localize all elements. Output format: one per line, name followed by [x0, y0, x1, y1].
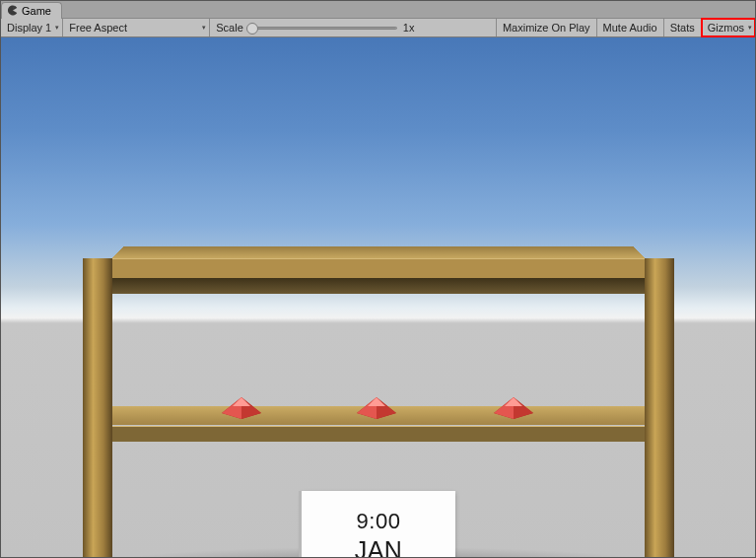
maximize-on-play-toggle[interactable]: Maximize On Play [497, 19, 596, 36]
shelf-top-board [112, 258, 645, 278]
scale-slider[interactable] [249, 27, 397, 30]
tab-label: Game [22, 5, 51, 17]
chevron-down-icon: ▾ [748, 24, 752, 32]
gizmo-pyramid-icon [494, 397, 533, 419]
display-dropdown[interactable]: Display 1 ▾ [1, 19, 62, 36]
stats-toggle[interactable]: Stats [664, 19, 701, 36]
game-view-toolbar: Display 1 ▾ Free Aspect ▾ Scale 1x Maxim… [1, 19, 755, 37]
svg-marker-7 [368, 397, 385, 406]
gizmo-pyramid-icon [222, 397, 261, 419]
shelf-left-side [83, 258, 112, 557]
mute-audio-toggle[interactable]: Mute Audio [597, 19, 663, 36]
month-text: JAN [355, 536, 403, 557]
game-viewport[interactable]: 9:00 JAN [1, 37, 755, 557]
scale-control: Scale 1x [210, 19, 420, 36]
gizmos-dropdown[interactable]: Gizmos ▾ [702, 19, 755, 36]
time-card: 9:00 JAN [302, 491, 455, 557]
scale-label: Scale [216, 22, 243, 34]
slider-thumb[interactable] [246, 23, 258, 35]
svg-marker-3 [233, 397, 250, 406]
tab-game[interactable]: Game [1, 2, 62, 19]
chevron-down-icon: ▾ [202, 24, 206, 32]
chevron-down-icon: ▾ [55, 24, 59, 32]
time-text: 9:00 [357, 509, 401, 534]
scale-value: 1x [403, 22, 415, 34]
svg-marker-11 [505, 397, 522, 406]
aspect-dropdown[interactable]: Free Aspect ▾ [63, 19, 209, 36]
shelf-right-side [645, 258, 674, 557]
tab-bar: Game [1, 1, 755, 19]
gizmo-pyramid-icon [357, 397, 396, 419]
game-tab-icon [8, 5, 18, 15]
